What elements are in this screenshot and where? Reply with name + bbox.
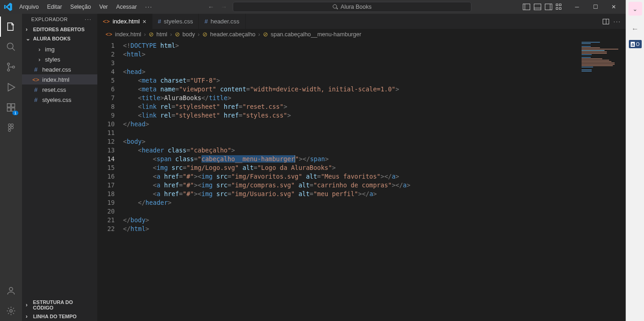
- search-icon: [332, 4, 338, 10]
- brace-icon: ⊘: [175, 31, 180, 38]
- toggle-primary-sidebar-icon[interactable]: [523, 4, 530, 10]
- more-actions-icon[interactable]: ···: [614, 18, 621, 25]
- menu-selecao[interactable]: Seleção: [67, 2, 95, 12]
- profile-dropdown[interactable]: ⌄: [628, 2, 642, 16]
- chevron-right-icon: ›: [26, 302, 31, 308]
- explorer-sidebar: EXPLORADOR ··· › EDITORES ABERTOS ⌄ ALUR…: [22, 14, 97, 321]
- vscode-logo-icon: [3, 1, 14, 12]
- brace-icon: ⊘: [263, 31, 268, 38]
- tab-header-css[interactable]: # header.css: [199, 14, 245, 29]
- chevron-right-icon: ›: [26, 26, 31, 33]
- activity-scm[interactable]: [0, 57, 22, 77]
- breadcrumbs[interactable]: <> index.html› ⊘html› ⊘body› ⊘header.cab…: [97, 29, 626, 39]
- svg-point-10: [10, 310, 12, 312]
- title-bar: Arquivo Editar Seleção Ver Acessar ··· ←…: [0, 0, 626, 14]
- code-editor[interactable]: 12345678910111213141516171819202122 <!DO…: [97, 39, 626, 321]
- activity-run[interactable]: [0, 77, 22, 97]
- activity-search[interactable]: [0, 37, 22, 57]
- menu-arquivo[interactable]: Arquivo: [16, 2, 42, 12]
- nav-back-icon[interactable]: ←: [208, 3, 214, 11]
- file-tree: ›img ›styles #header.css <>index.html #r…: [22, 43, 97, 106]
- tree-file-index-html[interactable]: <>index.html: [22, 74, 97, 84]
- sidebar-title: EXPLORADOR: [31, 17, 67, 22]
- sidebar-more-icon[interactable]: ···: [85, 17, 92, 22]
- activity-settings[interactable]: [0, 301, 22, 321]
- app-menu: Arquivo Editar Seleção Ver Acessar ···: [16, 2, 157, 12]
- activity-account[interactable]: [0, 281, 22, 301]
- section-outline[interactable]: › ESTRUTURA DO CÓDIGO: [22, 298, 97, 312]
- window-maximize[interactable]: ☐: [586, 0, 605, 14]
- brace-icon: ⊘: [149, 31, 154, 38]
- layout-controls: [523, 4, 563, 10]
- svg-point-6: [8, 129, 11, 131]
- tab-index-html[interactable]: <> index.html ×: [97, 14, 152, 29]
- html-file-icon: <>: [106, 31, 112, 38]
- browser-side-panel: ⌄ ← aO: [626, 0, 644, 321]
- command-center-label: Alura Books: [341, 4, 371, 10]
- activity-figma[interactable]: [0, 118, 22, 138]
- menu-editar[interactable]: Editar: [43, 2, 66, 12]
- command-center[interactable]: Alura Books: [233, 2, 471, 12]
- svg-point-8: [11, 127, 13, 129]
- svg-point-4: [8, 124, 11, 126]
- window-minimize[interactable]: ─: [568, 0, 586, 14]
- nav-forward-icon[interactable]: →: [221, 3, 227, 11]
- activity-explorer[interactable]: [0, 17, 22, 37]
- menu-overflow[interactable]: ···: [141, 2, 156, 12]
- tab-styeles-css[interactable]: # styeles.css: [152, 14, 199, 29]
- css-file-icon: #: [158, 18, 161, 25]
- editor-tabs: <> index.html × # styeles.css # header.c…: [97, 14, 626, 29]
- chevron-right-icon: ›: [26, 313, 31, 320]
- svg-point-0: [7, 43, 13, 49]
- chevron-down-icon: ⌄: [26, 35, 31, 42]
- menu-ver[interactable]: Ver: [95, 2, 112, 12]
- extensions-badge: 1: [12, 111, 18, 115]
- side-panel-item[interactable]: aO: [629, 40, 642, 48]
- section-timeline[interactable]: › LINHA DO TEMPO: [22, 312, 97, 321]
- tree-folder-img[interactable]: ›img: [22, 44, 97, 54]
- line-gutter: 12345678910111213141516171819202122: [97, 39, 123, 321]
- svg-point-3: [12, 66, 15, 68]
- activity-extensions[interactable]: 1: [0, 97, 22, 118]
- svg-point-9: [9, 287, 12, 291]
- tree-file-header-css[interactable]: #header.css: [22, 64, 97, 74]
- split-editor-icon[interactable]: [603, 19, 609, 24]
- html-file-icon: <>: [103, 18, 110, 25]
- minimap[interactable]: [578, 41, 624, 87]
- tree-file-styeles-css[interactable]: #styeles.css: [22, 95, 97, 105]
- activity-bar: 1: [0, 14, 22, 321]
- section-open-editors[interactable]: › EDITORES ABERTOS: [22, 25, 97, 34]
- section-folder[interactable]: ⌄ ALURA BOOKS: [22, 34, 97, 43]
- tree-folder-styles[interactable]: ›styles: [22, 54, 97, 64]
- code-content[interactable]: <!DOCTYPE html> <html> <head> <meta char…: [123, 39, 626, 321]
- close-tab-icon[interactable]: ×: [142, 18, 146, 25]
- brace-icon: ⊘: [202, 31, 207, 38]
- menu-acessar[interactable]: Acessar: [112, 2, 140, 12]
- svg-point-5: [8, 127, 11, 129]
- back-arrow-icon[interactable]: ←: [632, 25, 639, 33]
- toggle-secondary-sidebar-icon[interactable]: [545, 4, 552, 10]
- window-close[interactable]: ✕: [605, 0, 623, 14]
- svg-point-7: [11, 124, 13, 126]
- customize-layout-icon[interactable]: [556, 4, 563, 10]
- svg-point-1: [7, 63, 10, 65]
- toggle-panel-icon[interactable]: [534, 4, 541, 10]
- editor-area: <> index.html × # styeles.css # header.c…: [97, 14, 626, 321]
- css-file-icon: #: [204, 18, 207, 25]
- tree-file-reset-css[interactable]: #reset.css: [22, 84, 97, 95]
- svg-point-2: [7, 69, 10, 71]
